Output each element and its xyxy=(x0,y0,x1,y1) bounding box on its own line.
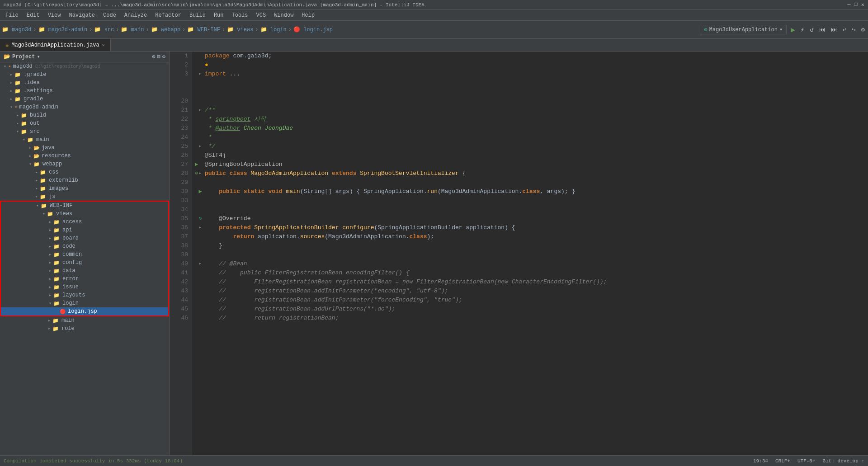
tree-arrow[interactable] xyxy=(47,284,53,290)
tree-item-layouts[interactable]: layouts xyxy=(1,291,168,299)
fold-icon[interactable]: ▸ xyxy=(199,142,202,151)
tree-item-api[interactable]: api xyxy=(1,226,168,234)
next-button[interactable]: ⏭ xyxy=(830,25,839,34)
run-config-selector[interactable]: ⚙ Mago3dUserApplication ▾ xyxy=(700,25,787,34)
menu-build[interactable]: Build xyxy=(186,11,209,19)
menu-window[interactable]: Window xyxy=(270,11,297,19)
menu-file[interactable]: File xyxy=(2,11,22,19)
tree-item-main[interactable]: main xyxy=(0,136,169,144)
charset[interactable]: UTF-8+ xyxy=(797,458,816,464)
tree-item-idea[interactable]: .idea xyxy=(0,79,169,87)
tree-arrow[interactable] xyxy=(46,326,52,331)
menu-view[interactable]: View xyxy=(44,11,65,19)
tree-item-role[interactable]: role xyxy=(0,325,169,333)
sync-icon[interactable]: ⚙ xyxy=(152,53,155,60)
tree-arrow[interactable] xyxy=(47,276,53,282)
tree-item-access[interactable]: access xyxy=(1,218,168,226)
tree-arrow[interactable] xyxy=(8,96,14,102)
tree-arrow[interactable] xyxy=(34,203,41,208)
minimize-button[interactable]: ─ xyxy=(847,1,850,8)
breadcrumb-mago3d-admin[interactable]: 📁 mago3d-admin xyxy=(38,26,88,33)
tree-arrow[interactable] xyxy=(21,137,27,142)
tree-item-data[interactable]: data xyxy=(1,267,168,275)
menu-refactor[interactable]: Refactor xyxy=(151,11,185,19)
tab-close-button[interactable]: ✕ xyxy=(102,42,105,48)
breadcrumb-main[interactable]: 📁 main xyxy=(121,26,144,33)
tree-arrow[interactable] xyxy=(47,268,53,273)
tree-arrow[interactable] xyxy=(47,292,53,298)
tree-item-src[interactable]: src xyxy=(0,127,169,136)
menu-tools[interactable]: Tools xyxy=(228,11,252,19)
tree-arrow[interactable] xyxy=(33,169,40,175)
tree-arrow[interactable] xyxy=(47,260,53,265)
breadcrumb-views[interactable]: 📁 views xyxy=(227,26,253,33)
breadcrumb-src[interactable]: 📁 src xyxy=(94,26,114,33)
tree-arrow[interactable] xyxy=(47,219,53,225)
menu-run[interactable]: Run xyxy=(210,11,227,19)
tree-item-login-folder[interactable]: login xyxy=(1,299,168,307)
tree-arrow[interactable] xyxy=(47,301,53,306)
close-button[interactable]: ✕ xyxy=(861,1,864,8)
tree-arrow[interactable] xyxy=(27,161,33,167)
settings-button[interactable]: ⚙ xyxy=(860,25,866,34)
undo-button[interactable]: ↩ xyxy=(841,25,848,34)
tree-item-build[interactable]: build xyxy=(0,111,169,119)
tree-item-css[interactable]: css xyxy=(0,168,169,176)
redo-button[interactable]: ↪ xyxy=(850,25,857,34)
sidebar-dropdown-icon[interactable]: ▾ xyxy=(37,53,40,60)
code-content[interactable]: package com.gaia3d; ● ▸ import ... xyxy=(192,52,868,455)
fold-icon[interactable]: ▸ xyxy=(199,259,202,268)
menu-help[interactable]: Help xyxy=(298,11,318,19)
run-button[interactable]: ▶ xyxy=(789,24,797,35)
debug-button[interactable]: ⚡ xyxy=(799,25,806,34)
tree-item-common[interactable]: common xyxy=(1,250,168,259)
run-gutter-icon2[interactable]: ⚙ xyxy=(195,169,198,178)
tree-item-login-jsp[interactable]: 🔴 login.jsp xyxy=(1,307,168,315)
tree-arrow[interactable] xyxy=(33,186,40,191)
prev-button[interactable]: ⏮ xyxy=(818,25,827,34)
tree-item-settings[interactable]: .settings xyxy=(0,87,169,95)
tree-item-main2[interactable]: main xyxy=(0,316,169,325)
code-area[interactable]: 1 2 3 20 21 22 23 24 25 26 27 28 29 30 3… xyxy=(170,52,868,455)
tree-item-images[interactable]: images xyxy=(0,184,169,193)
tree-item-out[interactable]: out xyxy=(0,119,169,127)
menu-navigate[interactable]: Navigate xyxy=(65,11,99,19)
tree-arrow[interactable] xyxy=(27,153,33,159)
tree-arrow[interactable] xyxy=(14,121,21,126)
tree-item-board[interactable]: board xyxy=(1,234,168,242)
line-ending[interactable]: CRLF+ xyxy=(775,458,790,464)
tree-arrow[interactable] xyxy=(8,104,14,110)
fold-icon[interactable]: ▸ xyxy=(199,70,202,79)
tree-arrow[interactable] xyxy=(33,178,40,183)
tree-item-gradle2[interactable]: gradle xyxy=(0,95,169,103)
menu-analyze[interactable]: Analyze xyxy=(121,11,151,19)
tree-arrow[interactable] xyxy=(41,211,47,217)
tree-arrow[interactable] xyxy=(33,194,40,199)
vcs-status[interactable]: Git: develop ↑ xyxy=(823,458,864,464)
tree-item-mago3d-admin[interactable]: ▪ mago3d-admin xyxy=(0,103,169,111)
tree-item-error[interactable]: error xyxy=(1,275,168,283)
fold-icon[interactable]: ▸ xyxy=(199,223,202,232)
window-controls[interactable]: ─ □ ✕ xyxy=(847,1,864,8)
tree-item-code[interactable]: code xyxy=(1,242,168,250)
tree-arrow[interactable] xyxy=(46,318,52,323)
tree-item-resources[interactable]: 📂 resources xyxy=(0,152,169,160)
tree-item-config[interactable]: config xyxy=(1,259,168,267)
maximize-button[interactable]: □ xyxy=(854,1,858,8)
menu-vcs[interactable]: VCS xyxy=(253,11,270,19)
breadcrumb-webapp[interactable]: 📁 webapp xyxy=(151,26,180,33)
tree-item-externlib[interactable]: externlib xyxy=(0,176,169,184)
collapse-icon[interactable]: ⊟ xyxy=(157,53,160,60)
tree-item-mago3d-root[interactable]: ▪ mago3d C:\git\repository\mago3d xyxy=(0,62,169,71)
tree-arrow[interactable] xyxy=(47,227,53,233)
breadcrumb-loginjsp[interactable]: 🔴 login.jsp xyxy=(293,26,333,33)
tree-item-issue[interactable]: issue xyxy=(1,283,168,291)
tree-arrow[interactable] xyxy=(8,72,14,77)
tree-item-views[interactable]: views xyxy=(1,210,168,218)
fold-icon[interactable]: ▸ xyxy=(199,169,202,178)
tree-arrow[interactable] xyxy=(47,244,53,249)
cursor-position[interactable]: 19:34 xyxy=(753,458,768,464)
tree-item-java[interactable]: 📂 java xyxy=(0,144,169,152)
tree-arrow[interactable] xyxy=(14,129,21,134)
tree-arrow[interactable] xyxy=(14,113,21,118)
